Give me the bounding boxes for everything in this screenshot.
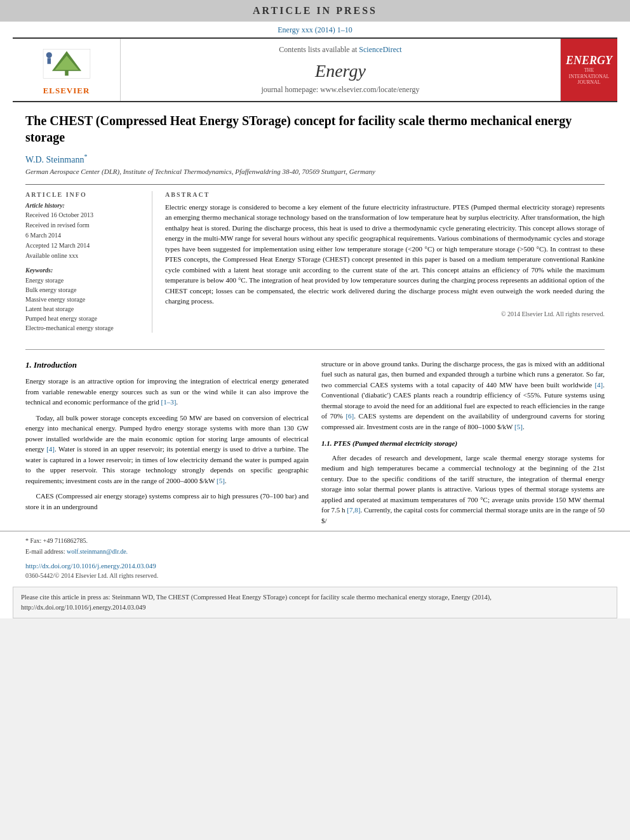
received-revised-label: Received in revised form bbox=[25, 221, 143, 230]
ref-5[interactable]: [5] bbox=[217, 477, 225, 484]
article-info-heading: ARTICLE INFO bbox=[25, 191, 143, 198]
received-date: Received 16 October 2013 bbox=[25, 211, 143, 220]
abstract-heading: ABSTRACT bbox=[165, 191, 605, 198]
abstract-section: ABSTRACT Electric energy storage is cons… bbox=[165, 191, 605, 333]
bottom-citation-notice: Please cite this article in press as: St… bbox=[13, 587, 617, 618]
accepted-date: Accepted 12 March 2014 bbox=[25, 241, 143, 250]
keyword-2: Bulk energy storage bbox=[25, 285, 143, 295]
intro-para-2: Today, all bulk power storage concepts e… bbox=[25, 413, 309, 486]
ref-1-3[interactable]: [1–3] bbox=[161, 398, 177, 406]
intro-para-3: CAES (Compressed air energy storage) sys… bbox=[25, 491, 309, 512]
citation-text: Energy xxx (2014) 1–10 bbox=[278, 25, 352, 34]
fax-footnote: * Fax: +49 7116862785. bbox=[25, 537, 605, 545]
keywords-heading: Keywords: bbox=[25, 267, 143, 274]
author-name: W.D. Steinmann bbox=[25, 155, 84, 164]
section1-heading: 1. Introduction bbox=[25, 359, 309, 371]
revised-date: 6 March 2014 bbox=[25, 231, 143, 240]
email-label: E-mail address: bbox=[25, 548, 67, 555]
journal-name: Energy bbox=[315, 61, 366, 81]
issn-line: 0360-5442/© 2014 Elsevier Ltd. All right… bbox=[0, 571, 630, 580]
doi-link[interactable]: http://dx.doi.org/10.1016/j.energy.2014.… bbox=[25, 562, 605, 570]
keyword-3: Massive energy storage bbox=[25, 295, 143, 304]
elsevier-tree-icon bbox=[38, 46, 95, 84]
email-footnote: E-mail address: wolf.steinmann@dlr.de. bbox=[25, 547, 605, 556]
sciencedirect-prefix: Contents lists available at bbox=[279, 45, 359, 54]
svg-rect-5 bbox=[47, 58, 51, 63]
article-history-heading: Article history: bbox=[25, 202, 143, 209]
sciencedirect-line: Contents lists available at ScienceDirec… bbox=[279, 45, 401, 55]
ref-4b[interactable]: [4] bbox=[594, 381, 603, 389]
sciencedirect-label[interactable]: ScienceDirect bbox=[359, 45, 401, 54]
elsevier-label: ELSEVIER bbox=[43, 86, 90, 96]
body-column-right: structure or in above ground tanks. Duri… bbox=[321, 359, 605, 531]
abstract-text: Electric energy storage is considered to… bbox=[165, 202, 605, 307]
svg-point-4 bbox=[46, 52, 51, 58]
energy-badge-sub: THE INTERNATIONAL JOURNAL bbox=[564, 67, 614, 86]
section1-1-heading: 1.1. PTES (Pumped thermal electricity st… bbox=[321, 438, 605, 449]
page-wrapper: ARTICLE IN PRESS Energy xxx (2014) 1–10 bbox=[0, 0, 630, 618]
footnotes-area: * Fax: +49 7116862785. E-mail address: w… bbox=[0, 531, 630, 561]
keyword-4: Latent heat storage bbox=[25, 304, 143, 314]
ref-6[interactable]: [6] bbox=[345, 412, 354, 420]
journal-header: ELSEVIER Contents lists available at Sci… bbox=[13, 37, 617, 102]
article-info-column: ARTICLE INFO Article history: Received 1… bbox=[25, 191, 152, 333]
article-content: The CHEST (Compressed Heat Energy STorag… bbox=[0, 102, 630, 349]
article-affiliation: German Aerospace Center (DLR), Institute… bbox=[25, 168, 605, 175]
keyword-6: Electro-mechanical energy storage bbox=[25, 323, 143, 333]
banner-text: ARTICLE IN PRESS bbox=[253, 5, 377, 16]
journal-header-left: ELSEVIER bbox=[13, 39, 121, 101]
energy-badge-text: ENERGY bbox=[564, 54, 614, 67]
copyright-line: © 2014 Elsevier Ltd. All rights reserved… bbox=[165, 310, 605, 317]
article-in-press-banner: ARTICLE IN PRESS bbox=[0, 0, 630, 22]
citation-line: Energy xxx (2014) 1–10 bbox=[0, 22, 630, 37]
keyword-5: Pumped heat energy storage bbox=[25, 314, 143, 323]
article-author: W.D. Steinmann* bbox=[25, 153, 605, 165]
journal-header-right: ENERGY THE INTERNATIONAL JOURNAL bbox=[560, 39, 617, 101]
keyword-1: Energy storage bbox=[25, 276, 143, 285]
journal-homepage: journal homepage: www.elsevier.com/locat… bbox=[262, 85, 420, 95]
article-title: The CHEST (Compressed Heat Energy STorag… bbox=[25, 112, 605, 145]
bottom-notice-text: Please cite this article in press as: St… bbox=[21, 594, 492, 611]
intro-para-4: structure or in above ground tanks. Duri… bbox=[321, 359, 605, 432]
article-meta: ARTICLE INFO Article history: Received 1… bbox=[25, 184, 605, 333]
elsevier-logo: ELSEVIER bbox=[38, 46, 95, 96]
energy-badge: ENERGY THE INTERNATIONAL JOURNAL bbox=[564, 54, 614, 86]
intro-para-1: Energy storage is an attractive option f… bbox=[25, 376, 309, 408]
ptes-para-1: After decades of research and developmen… bbox=[321, 453, 605, 526]
keywords-section: Keywords: Energy storage Bulk energy sto… bbox=[25, 267, 143, 333]
section-divider bbox=[25, 349, 605, 350]
ref-4[interactable]: [4] bbox=[46, 445, 55, 453]
body-column-left: 1. Introduction Energy storage is an att… bbox=[25, 359, 309, 531]
journal-header-middle: Contents lists available at ScienceDirec… bbox=[121, 39, 560, 101]
available-online: Available online xxx bbox=[25, 251, 143, 260]
ref-5b[interactable]: [5] bbox=[514, 423, 523, 430]
author-sup: * bbox=[84, 153, 87, 160]
body-columns: 1. Introduction Energy storage is an att… bbox=[0, 359, 630, 531]
email-value[interactable]: wolf.steinmann@dlr.de. bbox=[67, 548, 128, 555]
ref-7-8[interactable]: [7,8] bbox=[347, 506, 360, 514]
